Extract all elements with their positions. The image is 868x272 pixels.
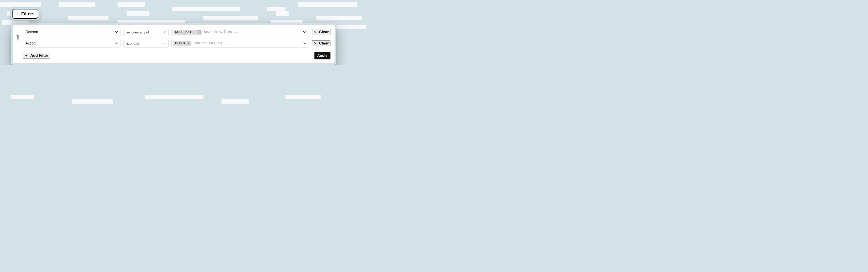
chevron-down-icon [114, 41, 119, 46]
remove-chip-button[interactable] [187, 41, 190, 45]
filter-row: Reason includes any of [23, 28, 331, 36]
values-search-input[interactable] [204, 28, 301, 36]
chevron-down-icon [303, 30, 307, 34]
clear-filter-label: Clear [319, 30, 329, 34]
operator-select-value: includes any of [126, 30, 149, 34]
field-select-value: Action [26, 41, 35, 45]
values-multiselect[interactable]: BLOCK [171, 39, 309, 48]
add-filter-button[interactable]: Add Filter [23, 53, 50, 59]
filters-toggle[interactable]: Filters [12, 9, 38, 19]
operator-select[interactable]: is one of [123, 39, 168, 48]
filters-toggle-label: Filters [21, 11, 35, 16]
filters-panel-container: and Reason includes any of [11, 23, 336, 65]
filters-panel: and Reason includes any of [13, 25, 335, 63]
chevron-down-icon [15, 12, 19, 16]
values-chip-list: BLOCK [174, 41, 191, 46]
close-icon [313, 41, 317, 45]
clear-filter-label: Clear [319, 41, 329, 46]
close-icon [313, 30, 317, 34]
close-icon [187, 42, 190, 45]
field-select-value: Reason [26, 30, 38, 34]
filter-row: Action is one of [23, 39, 331, 48]
value-chip-label: RULE_MATCH [175, 30, 195, 34]
apply-button[interactable]: Apply [314, 52, 331, 59]
chevron-down-icon [162, 30, 166, 34]
connective-rail: and [16, 28, 20, 48]
close-icon [197, 31, 200, 34]
value-chip: RULE_MATCH [174, 30, 202, 35]
value-chip-label: BLOCK [175, 41, 185, 45]
values-chip-list: RULE_MATCH [174, 30, 202, 35]
chevron-down-icon [114, 30, 119, 34]
chevron-down-icon [303, 41, 307, 46]
operator-select-value: is one of [126, 41, 139, 45]
clear-filter-button[interactable]: Clear [312, 40, 331, 46]
operator-select[interactable]: includes any of [123, 28, 168, 36]
field-select[interactable]: Action [23, 39, 121, 48]
field-select[interactable]: Reason [23, 28, 121, 36]
filters-toggle-container: Filters [11, 8, 39, 20]
connective-label: and [16, 35, 20, 40]
values-multiselect[interactable]: RULE_MATCH [171, 28, 309, 36]
value-chip: BLOCK [174, 41, 191, 46]
values-search-input[interactable] [193, 39, 301, 47]
remove-chip-button[interactable] [197, 30, 200, 34]
plus-icon [24, 54, 28, 57]
chevron-down-icon [162, 41, 166, 46]
apply-button-label: Apply [317, 54, 327, 57]
clear-filter-button[interactable]: Clear [312, 29, 331, 35]
add-filter-label: Add Filter [30, 53, 48, 58]
